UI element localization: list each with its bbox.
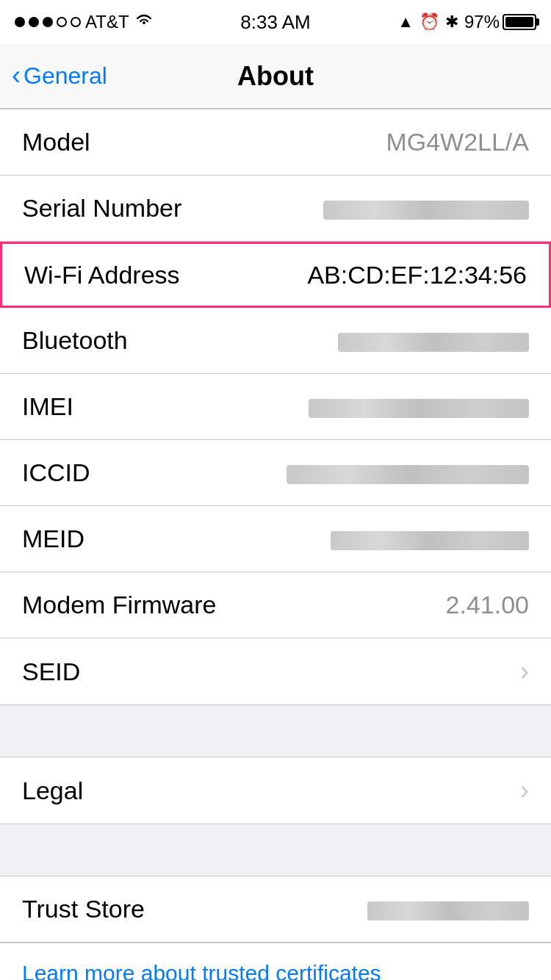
back-chevron-icon: ‹	[12, 62, 21, 89]
legal-group: Legal ›	[0, 757, 551, 824]
signal-dot-2	[29, 17, 39, 27]
battery-percentage: 97%	[464, 12, 500, 32]
meid-blurred	[331, 531, 529, 550]
wifi-value: AB:CD:EF:12:34:56	[307, 261, 527, 289]
legal-chevron-icon: ›	[520, 775, 529, 806]
signal-dot-1	[15, 17, 25, 27]
trust-store-row: Trust Store	[0, 876, 551, 943]
main-settings-group: Model MG4W2LL/A Serial Number Wi-Fi Addr…	[0, 109, 551, 705]
bluetooth-value	[338, 326, 529, 355]
seid-label: SEID	[22, 657, 80, 686]
serial-value	[323, 194, 529, 223]
trust-store-label: Trust Store	[22, 895, 145, 923]
model-label: Model	[22, 128, 90, 156]
bluetooth-blurred	[338, 333, 529, 352]
learn-more-row[interactable]: Learn more about trusted certificates	[0, 943, 551, 980]
iccid-blurred	[287, 465, 529, 484]
seid-row[interactable]: SEID ›	[0, 638, 551, 705]
status-bar: AT&T 8:33 AM ▲ ⏰ ✱ 97%	[0, 0, 551, 44]
trust-store-group: Trust Store Learn more about trusted cer…	[0, 876, 551, 980]
bluetooth-label: Bluetooth	[22, 326, 128, 355]
imei-row: IMEI	[0, 374, 551, 440]
model-row: Model MG4W2LL/A	[0, 109, 551, 176]
modem-label: Modem Firmware	[22, 591, 216, 619]
meid-label: MEID	[22, 525, 84, 553]
section-spacer-1	[0, 705, 551, 757]
iccid-value	[287, 458, 529, 487]
imei-value	[309, 392, 529, 421]
model-value: MG4W2LL/A	[386, 128, 529, 156]
battery-fill	[505, 17, 533, 27]
back-label: General	[24, 62, 107, 90]
location-icon: ▲	[397, 12, 414, 32]
status-left: AT&T	[15, 12, 154, 32]
wifi-label: Wi-Fi Address	[24, 261, 180, 289]
modem-firmware-row: Modem Firmware 2.41.00	[0, 572, 551, 638]
back-button[interactable]: ‹ General	[12, 62, 107, 90]
signal-dots	[15, 17, 81, 27]
trust-store-blurred	[367, 901, 529, 920]
serial-blurred	[323, 201, 529, 220]
iccid-label: ICCID	[22, 458, 90, 487]
serial-number-row: Serial Number	[0, 176, 551, 242]
alarm-icon: ⏰	[419, 12, 439, 32]
legal-label: Legal	[22, 777, 83, 805]
status-time: 8:33 AM	[240, 11, 310, 34]
signal-dot-3	[43, 17, 53, 27]
bluetooth-row: Bluetooth	[0, 308, 551, 374]
learn-more-link[interactable]: Learn more about trusted certificates	[22, 961, 381, 980]
legal-row[interactable]: Legal ›	[0, 757, 551, 824]
serial-label: Serial Number	[22, 194, 181, 223]
carrier-label: AT&T	[85, 12, 129, 32]
imei-blurred	[309, 399, 529, 418]
modem-value: 2.41.00	[446, 591, 529, 619]
meid-value	[331, 525, 529, 553]
wifi-status-icon	[134, 12, 154, 32]
page-title: About	[237, 61, 314, 92]
status-right: ▲ ⏰ ✱ 97%	[397, 12, 536, 32]
battery-icon	[503, 14, 536, 30]
seid-chevron-icon: ›	[520, 656, 529, 687]
meid-row: MEID	[0, 506, 551, 572]
wifi-address-row: Wi-Fi Address AB:CD:EF:12:34:56	[0, 242, 551, 308]
signal-dot-5	[71, 17, 81, 27]
battery-indicator: 97%	[464, 12, 536, 32]
bluetooth-icon: ✱	[445, 12, 458, 32]
signal-dot-4	[57, 17, 67, 27]
navigation-bar: ‹ General About	[0, 44, 551, 109]
iccid-row: ICCID	[0, 440, 551, 506]
section-spacer-2	[0, 824, 551, 876]
imei-label: IMEI	[22, 392, 73, 421]
trust-store-value	[367, 895, 529, 923]
